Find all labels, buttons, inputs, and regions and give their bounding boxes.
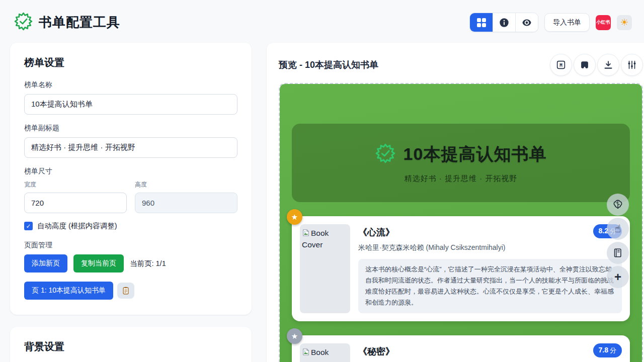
svg-text:M: M [559, 62, 562, 68]
bookmark-save-button[interactable] [574, 54, 596, 76]
download-button[interactable] [597, 54, 619, 76]
preview-eye-button[interactable] [515, 13, 538, 32]
header-actions: 导入书单 小红书 ☀ [469, 13, 632, 32]
list-size-label: 榜单尺寸 [24, 167, 237, 176]
broken-image-icon [302, 348, 310, 356]
preview-panel: 预览 - 10本提高认知书单 M [267, 43, 644, 362]
width-field: 宽度 [24, 180, 127, 213]
page-title: 书单配置工具 [39, 14, 120, 31]
list-settings-title: 榜单设置 [24, 56, 237, 69]
settings-sliders-button[interactable] [621, 54, 643, 76]
list-name-input[interactable] [24, 94, 237, 115]
book-title: 《秘密》 [358, 345, 394, 357]
score-badge: 7.8分 [593, 343, 622, 357]
preview-actions: M [550, 54, 643, 76]
list-subtitle-input[interactable] [24, 137, 237, 158]
hand-edit-fab-button[interactable]: ☝ [607, 218, 629, 240]
brand: 书单配置工具 [14, 12, 120, 33]
current-page-indicator: 当前页: 1/1 [130, 259, 166, 268]
book-cover-placeholder: Book Cover [300, 343, 350, 362]
poster-canvas: 10本提高认知书单 精选好书 · 提升思维 · 开拓视野 ★ [280, 84, 642, 362]
background-settings-title: 背景设置 [24, 340, 237, 353]
copy-page-button[interactable]: 复制当前页 [73, 254, 124, 273]
poster-banner: 10本提高认知书单 精选好书 · 提升思维 · 开拓视野 [292, 124, 630, 202]
plus-icon: + [614, 271, 621, 283]
sun-icon: ☀ [620, 18, 628, 27]
clipboard-icon [121, 286, 130, 295]
auto-height-label: 自动高度 (根据内容调整) [37, 221, 117, 231]
background-settings-panel: 背景设置 背景类型 [10, 327, 252, 362]
book-icon [612, 247, 623, 258]
book-title: 《心流》 [358, 226, 394, 238]
seal-check-logo-icon [14, 12, 33, 33]
markdown-export-button[interactable]: M [550, 54, 572, 76]
grid-icon [477, 18, 486, 27]
auto-height-checkbox-row[interactable]: ✓ 自动高度 (根据内容调整) [24, 221, 237, 231]
import-booklist-button[interactable]: 导入书单 [544, 13, 590, 32]
height-label: 高度 [135, 180, 237, 189]
page-1-chip-button[interactable]: 页 1: 10本提高认知书单 [24, 282, 113, 300]
rank-2-star-badge: ★ [287, 328, 302, 344]
rank-1-star-badge: ★ [287, 209, 302, 225]
poster-title: 10本提高认知书单 [404, 143, 547, 166]
download-icon [603, 59, 614, 70]
bookmark-icon [579, 59, 590, 70]
info-button[interactable] [493, 13, 515, 32]
book-card: ★ Book Cover 《秘密》 [292, 335, 630, 362]
height-input[interactable] [135, 193, 237, 213]
main-content: 榜单设置 榜单名称 榜单副标题 榜单尺寸 宽度 高度 ✓ 自动高度 (根据内容调… [0, 43, 644, 362]
checkbox-checked-icon[interactable]: ✓ [24, 222, 33, 230]
width-label: 宽度 [24, 180, 127, 189]
duplicate-page-button[interactable] [117, 283, 134, 299]
sliders-icon [626, 59, 637, 70]
eye-icon [521, 17, 533, 29]
list-name-label: 榜单名称 [24, 80, 237, 89]
xiaohongshu-badge[interactable]: 小红书 [596, 15, 611, 30]
app-header: 书单配置工具 导入书单 小红书 ☀ [0, 0, 644, 43]
star-icon: ★ [291, 332, 298, 341]
book-author: 米哈里·契克森米哈赖 (Mihaly Csikszentmihalyi) [358, 243, 622, 252]
book-fab-button[interactable] [607, 242, 629, 264]
broken-image-icon [302, 229, 310, 237]
seal-check-icon [375, 143, 395, 165]
add-page-button[interactable]: 添加新页 [24, 254, 67, 273]
book-card: ★ Book Cover 《心流》 [292, 216, 630, 321]
height-field: 高度 [135, 180, 237, 213]
star-icon: ★ [291, 213, 298, 222]
list-subtitle-label: 榜单副标题 [24, 124, 237, 133]
poster-subtitle: 精选好书 · 提升思维 · 开拓视野 [405, 174, 518, 184]
markdown-icon: M [555, 59, 567, 70]
theme-toggle-button[interactable]: ☀ [617, 15, 632, 30]
add-fab-button[interactable]: + [607, 266, 629, 288]
settings-column: 榜单设置 榜单名称 榜单副标题 榜单尺寸 宽度 高度 ✓ 自动高度 (根据内容调… [10, 43, 252, 362]
page-mgmt-label: 页面管理 [24, 241, 237, 250]
info-icon [499, 17, 510, 28]
book-description: 这本书的核心概念是“心流”，它描述了一种完全沉浸在某项活动中、全神贯注以致忘却自… [358, 259, 622, 313]
ai-brain-fab-button[interactable] [607, 194, 629, 216]
preview-title: 预览 - 10本提高认知书单 [279, 59, 378, 71]
view-mode-toggle [469, 13, 538, 32]
poster-preview-viewport[interactable]: 10本提高认知书单 精选好书 · 提升思维 · 开拓视野 ★ [279, 83, 643, 362]
preview-column: 预览 - 10本提高认知书单 M [267, 43, 644, 362]
book-cover-placeholder: Book Cover [300, 224, 350, 313]
pointing-hand-icon: ☝ [615, 224, 621, 234]
list-settings-panel: 榜单设置 榜单名称 榜单副标题 榜单尺寸 宽度 高度 ✓ 自动高度 (根据内容调… [10, 43, 252, 315]
grid-view-button[interactable] [470, 13, 493, 32]
brain-icon [612, 199, 624, 211]
width-input[interactable] [24, 193, 127, 213]
